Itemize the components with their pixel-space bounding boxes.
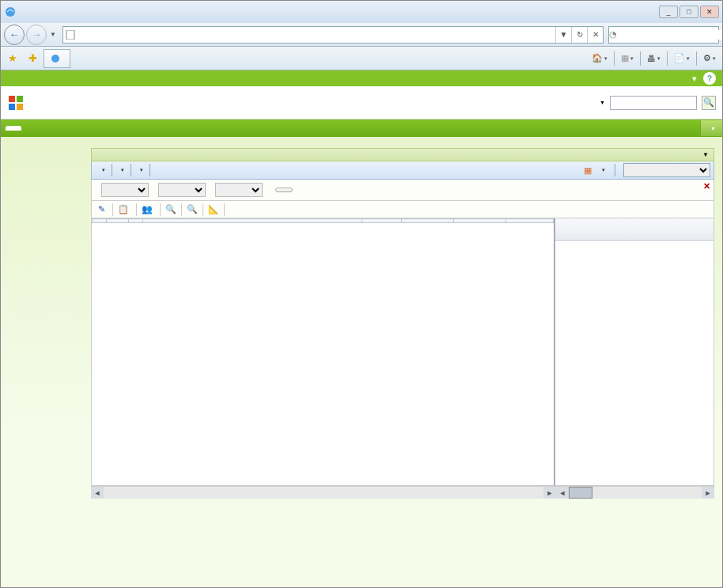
gantt-hscroll[interactable]: ◄► <box>556 486 714 499</box>
nav-tabs-bar: ▼ <box>1 119 722 137</box>
grid-hscroll[interactable]: ◄► <box>91 486 556 499</box>
help-icon[interactable]: ? <box>703 72 716 85</box>
zoom-in-button[interactable]: 🔍 <box>184 203 201 216</box>
col-id[interactable] <box>107 219 129 223</box>
action-bar: ▾ ▾ ▾ ▦ ▾ <box>91 161 714 180</box>
back-button[interactable]: ← <box>4 25 25 45</box>
edit-button[interactable]: ✎ <box>95 203 111 216</box>
nav-history-dropdown[interactable]: ▼ <box>48 25 58 45</box>
home-button[interactable]: 🏠▾ <box>589 50 611 67</box>
maximize-button[interactable]: □ <box>679 6 698 18</box>
tab-toolbar: ★ ✚ 🏠▾ ▦▾ 🖶▾ 📄 ▾ ⚙ ▾ <box>1 47 722 70</box>
goto-menu[interactable]: ▾ <box>133 165 148 175</box>
webpart-title: ▼ <box>91 148 714 161</box>
address-bar: ▼ ↻ ✕ <box>62 26 604 44</box>
thenby-select-2[interactable] <box>215 183 263 197</box>
forward-button[interactable]: → <box>26 25 47 45</box>
pwa-topbar: ▾ ? <box>1 70 722 86</box>
add-favorite-button[interactable]: ✚ <box>24 50 41 67</box>
svg-point-0 <box>6 7 15 17</box>
welcome-text: ▾ <box>692 74 697 84</box>
settings-icon: ▦ <box>584 165 592 176</box>
browser-tab[interactable] <box>44 49 70 68</box>
filter-bar: ✕ <box>91 180 714 201</box>
actions-menu[interactable]: ▾ <box>114 165 129 175</box>
col-duration[interactable] <box>362 219 402 223</box>
search-input[interactable] <box>617 30 723 40</box>
svg-rect-1 <box>66 30 74 40</box>
browser-search: ◔ 🔍 <box>608 26 719 44</box>
url-input[interactable] <box>78 30 555 40</box>
svg-rect-3 <box>9 96 15 102</box>
svg-rect-4 <box>17 96 23 102</box>
window-titlebar: _ □ ✕ <box>1 1 722 23</box>
svg-rect-5 <box>9 104 15 110</box>
page-menu[interactable]: 📄 ▾ <box>671 50 693 67</box>
site-search-go[interactable]: 🔍 <box>702 96 716 110</box>
page-icon <box>63 30 78 40</box>
col-info[interactable] <box>93 219 107 223</box>
pwa-logo <box>7 94 29 112</box>
build-team-button[interactable]: 👥 <box>138 203 158 216</box>
feeds-button[interactable]: ▦▾ <box>618 50 637 67</box>
close-filter-button[interactable]: ✕ <box>703 181 710 192</box>
col-pct[interactable] <box>506 219 554 223</box>
view-select[interactable] <box>623 163 710 177</box>
site-actions-menu[interactable]: ▼ <box>700 120 722 136</box>
thenby-select-1[interactable] <box>158 183 206 197</box>
new-menu[interactable]: ▾ <box>95 165 110 175</box>
ie-icon <box>4 6 17 18</box>
icon-toolbar: ✎ 📋 👥 🔍 🔍 📐 <box>91 201 714 218</box>
url-dropdown[interactable]: ▼ <box>555 27 571 43</box>
tools-menu[interactable]: ⚙ ▾ <box>700 50 719 67</box>
nav-bar: ← → ▼ ▼ ↻ ✕ ◔ 🔍 <box>1 23 722 47</box>
groupby-select[interactable] <box>101 183 149 197</box>
svg-rect-6 <box>17 104 23 110</box>
pwa-header: ▼ 🔍 <box>1 86 722 119</box>
task-grid[interactable] <box>92 218 555 485</box>
quick-launch-sidebar <box>1 137 83 588</box>
settings-menu[interactable]: ▾ <box>595 165 610 175</box>
close-button[interactable]: ✕ <box>700 6 719 18</box>
scroll-task-button[interactable]: 📐 <box>205 203 222 216</box>
home-tab[interactable] <box>6 126 21 131</box>
favorites-button[interactable]: ★ <box>4 50 21 67</box>
clear-all-button[interactable] <box>275 188 293 192</box>
edit-project-properties-button[interactable]: 📋 <box>115 203 134 216</box>
stop-button[interactable]: ✕ <box>587 27 603 43</box>
col-start[interactable] <box>402 219 454 223</box>
svg-point-2 <box>51 55 59 63</box>
col-hyp[interactable] <box>129 219 143 223</box>
site-search-input[interactable] <box>610 96 697 110</box>
gantt-chart[interactable] <box>555 218 714 485</box>
zoom-out-button[interactable]: 🔍 <box>162 203 180 216</box>
search-scope[interactable]: ▼ <box>596 100 605 105</box>
minimize-button[interactable]: _ <box>659 6 678 18</box>
col-finish[interactable] <box>454 219 506 223</box>
print-button[interactable]: 🖶▾ <box>644 50 664 67</box>
tab-icon <box>51 54 60 63</box>
office-icon <box>7 94 25 112</box>
search-provider-icon: ◔ <box>609 29 617 40</box>
refresh-button[interactable]: ↻ <box>571 27 587 43</box>
col-taskname[interactable] <box>143 219 362 223</box>
